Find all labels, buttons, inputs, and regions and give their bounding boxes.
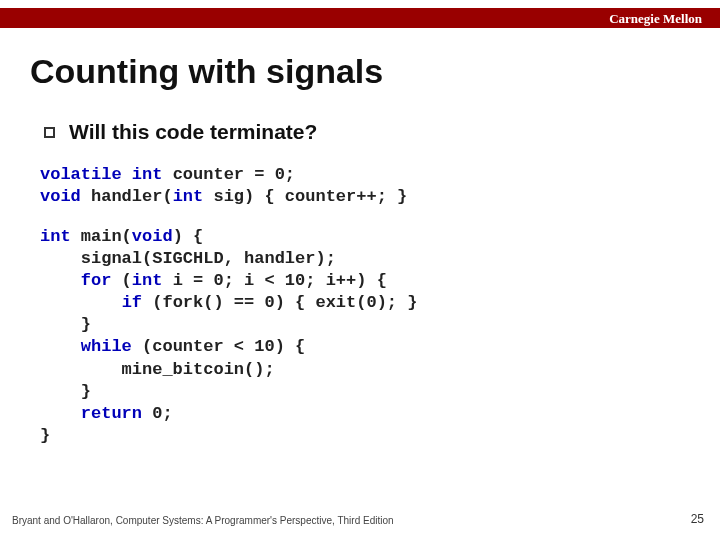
bullet-square-icon — [44, 127, 55, 138]
brand-label: Carnegie Mellon — [609, 11, 702, 26]
code-block-declarations: volatile int counter = 0; void handler(i… — [40, 164, 407, 208]
slide-title: Counting with signals — [30, 52, 383, 91]
bullet-text: Will this code terminate? — [69, 120, 317, 144]
page-number: 25 — [691, 512, 704, 526]
footer-citation: Bryant and O'Hallaron, Computer Systems:… — [12, 515, 394, 526]
brand-bar: Carnegie Mellon — [0, 8, 720, 28]
bullet-item: Will this code terminate? — [44, 120, 317, 144]
code-block-main: int main(void) { signal(SIGCHLD, handler… — [40, 226, 417, 447]
